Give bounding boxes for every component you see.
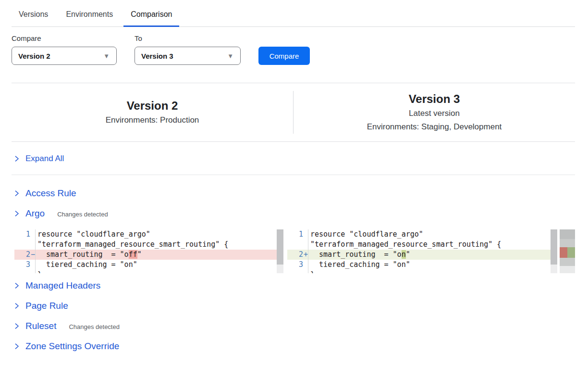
- tab-bar: Versions Environments Comparison: [12, 0, 575, 27]
- section-label: Argo: [25, 208, 45, 219]
- changes-badge: Changes detected: [57, 209, 108, 218]
- version-right-subtitle: Latest version: [409, 107, 460, 120]
- compare-to-select[interactable]: Version 3 ▼: [135, 47, 241, 65]
- chevron-right-icon: [13, 303, 20, 309]
- ruler-viewport: [560, 229, 575, 239]
- scrollbar-vertical[interactable]: [277, 229, 283, 273]
- section-label: Page Rule: [25, 301, 68, 311]
- section-managed-headers[interactable]: Managed Headers: [12, 276, 575, 296]
- version-left-title: Version 2: [127, 98, 178, 113]
- line-number: 1: [287, 229, 303, 240]
- section-argo[interactable]: Argo Changes detected: [12, 203, 575, 224]
- chevron-right-icon: [13, 282, 20, 289]
- version-right-subtitle-2: Environments: Staging, Development: [367, 120, 502, 133]
- code-line: 1 resource "cloudflare_argo": [287, 229, 557, 240]
- line-number: 2: [287, 250, 303, 260]
- scrollbar-thumb[interactable]: [277, 229, 283, 265]
- diff-overview-ruler[interactable]: [560, 229, 575, 273]
- compare-button[interactable]: Compare: [258, 47, 310, 65]
- line-number: 2: [14, 250, 30, 260]
- code-line-wrap: "terraform_managed_resource_smart_routin…: [14, 240, 283, 250]
- section-label: Zone Settings Override: [25, 341, 119, 352]
- compare-to-label: To: [135, 34, 241, 42]
- section-ruleset[interactable]: Ruleset Changes detected: [12, 316, 575, 336]
- section-zone-settings-override[interactable]: Zone Settings Override: [12, 336, 575, 356]
- line-number: 3: [287, 260, 303, 270]
- compare-controls: Compare Version 2 ▼ To Version 3 ▼ Compa…: [12, 34, 575, 65]
- compare-from-select[interactable]: Version 2 ▼: [12, 47, 117, 65]
- ruler-added-mark: [567, 247, 575, 258]
- code-line: 3 tiered_caching = "on": [14, 260, 283, 270]
- argo-diff-viewer: 1 resource "cloudflare_argo" "terraform_…: [14, 229, 575, 273]
- chevron-right-icon: [13, 210, 20, 217]
- caret-down-icon: ▼: [103, 53, 110, 59]
- section-page-rule[interactable]: Page Rule: [12, 296, 575, 316]
- ruler-deleted-mark: [560, 247, 567, 258]
- diff-panel-right: 1 resource "cloudflare_argo" "terraform_…: [287, 229, 557, 273]
- code-line-added: 2+ smart_routing = "on": [287, 250, 557, 260]
- changes-badge: Changes detected: [69, 322, 120, 330]
- tab-environments[interactable]: Environments: [59, 10, 120, 26]
- tab-versions[interactable]: Versions: [12, 10, 55, 26]
- version-left-subtitle: Environments: Production: [106, 114, 199, 126]
- scrollbar-vertical[interactable]: [551, 229, 557, 273]
- line-number: 3: [14, 260, 30, 270]
- deleted-sign: −: [30, 250, 35, 260]
- tab-comparison[interactable]: Comparison: [123, 10, 179, 27]
- chevron-right-icon: [13, 190, 20, 197]
- line-number: 1: [14, 229, 30, 240]
- version-right-panel: Version 3 Latest version Environments: S…: [294, 83, 575, 141]
- version-left-panel: Version 2 Environments: Production: [12, 83, 293, 141]
- compare-from-group: Compare Version 2 ▼: [12, 34, 117, 65]
- code-line: 1 resource "cloudflare_argo": [14, 229, 283, 240]
- comparison-page: Versions Environments Comparison Compare…: [0, 0, 588, 356]
- code-line-wrap: "terraform_managed_resource_smart_routin…: [287, 240, 557, 250]
- added-sign: +: [303, 250, 308, 260]
- compare-from-label: Compare: [12, 34, 117, 42]
- compare-from-value: Version 2: [18, 52, 50, 60]
- caret-down-icon: ▼: [227, 53, 233, 59]
- code-line: }: [14, 270, 283, 273]
- code-line-deleted: 2− smart_routing = "off": [14, 250, 283, 260]
- chevron-right-icon: [13, 323, 20, 329]
- compare-to-value: Version 3: [141, 52, 173, 60]
- section-label: Ruleset: [25, 321, 56, 331]
- section-label: Access Rule: [25, 188, 76, 199]
- expand-all-button[interactable]: Expand All: [12, 142, 575, 175]
- section-access-rule[interactable]: Access Rule: [12, 183, 575, 203]
- code-line: }: [287, 270, 557, 273]
- scrollbar-thumb[interactable]: [551, 229, 557, 265]
- diff-panel-left: 1 resource "cloudflare_argo" "terraform_…: [14, 229, 283, 273]
- chevron-right-icon: [13, 155, 20, 162]
- chevron-right-icon: [13, 343, 20, 350]
- code-line: 3 tiered_caching = "on": [287, 260, 557, 270]
- version-headers: Version 2 Environments: Production Versi…: [12, 83, 575, 142]
- section-label: Managed Headers: [25, 280, 100, 291]
- compare-to-group: To Version 3 ▼: [135, 34, 241, 65]
- expand-all-label: Expand All: [25, 154, 64, 164]
- version-right-title: Version 3: [409, 91, 460, 106]
